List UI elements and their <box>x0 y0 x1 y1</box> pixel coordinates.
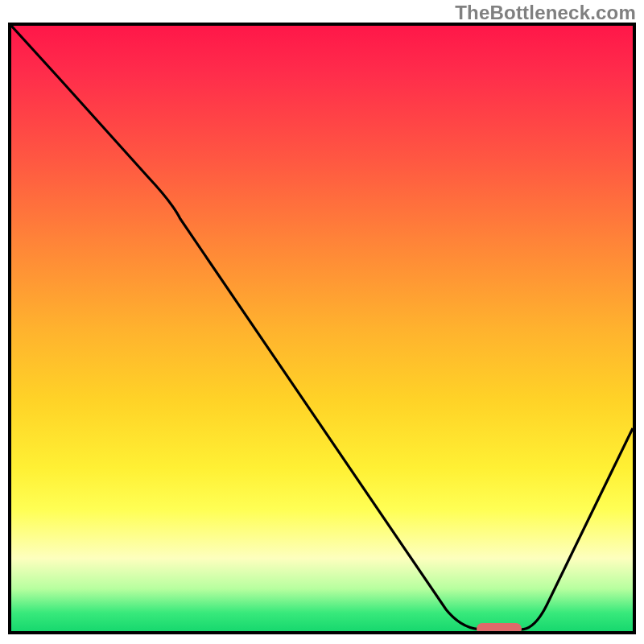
chart-root: TheBottleneck.com <box>0 0 644 644</box>
curve-svg <box>11 26 633 631</box>
optimal-marker <box>477 623 522 634</box>
bottleneck-curve-path <box>11 26 633 630</box>
plot-area <box>8 23 636 634</box>
watermark-text: TheBottleneck.com <box>455 2 636 24</box>
